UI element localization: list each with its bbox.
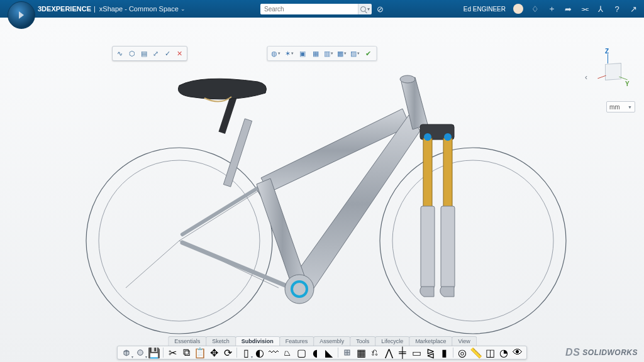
- cmd-move-icon[interactable]: ✥: [208, 347, 220, 358]
- cmd-extrude-icon[interactable]: ▯▾: [240, 347, 252, 358]
- cmd-delete-face-icon[interactable]: ▭: [410, 347, 423, 358]
- cmd-copy-icon[interactable]: ⧉: [180, 347, 192, 358]
- search-button[interactable]: ▾: [358, 4, 372, 14]
- tab-lifecycle[interactable]: Lifecycle: [375, 336, 409, 346]
- triad-collapse-icon[interactable]: ‹: [585, 73, 587, 82]
- avatar[interactable]: [513, 4, 523, 14]
- solidworks-brand: DS SOLIDWORKS: [565, 347, 638, 358]
- notification-icon[interactable]: ♢: [531, 4, 540, 13]
- units-dropdown[interactable]: mm ▼: [606, 101, 635, 112]
- tool-spline-icon[interactable]: ∿: [114, 48, 126, 59]
- cmd-sep-4: [453, 348, 453, 358]
- svg-point-21: [424, 133, 431, 141]
- tab-features[interactable]: Features: [279, 336, 314, 346]
- cmd-view-icon[interactable]: 👁: [511, 347, 524, 358]
- cmd-shell-icon[interactable]: ▢: [295, 347, 308, 358]
- cmd-thicken-icon[interactable]: ▮: [438, 347, 450, 358]
- cmd-cut-icon[interactable]: ✂: [166, 347, 179, 358]
- svg-rect-19: [421, 206, 435, 288]
- svg-point-10: [285, 275, 314, 304]
- cmd-material-icon[interactable]: ◎: [456, 347, 469, 358]
- cmd-loft-icon[interactable]: ⏢: [281, 347, 294, 358]
- solidworks-label: SOLIDWORKS: [582, 348, 638, 357]
- cmd-measure-icon[interactable]: 📏: [470, 347, 482, 358]
- cmd-bridge-icon[interactable]: ⎌: [369, 347, 381, 358]
- tool-profile-icon[interactable]: ⬡: [126, 48, 138, 59]
- apps-icon[interactable]: ⅄: [596, 4, 605, 13]
- svg-line-5: [126, 241, 179, 288]
- add-icon[interactable]: ＋: [547, 4, 556, 13]
- cmd-symmetry-icon[interactable]: ⧎: [424, 347, 436, 358]
- cmd-sweep-icon[interactable]: 〰: [267, 347, 280, 358]
- cmd-insert-edge-icon[interactable]: ╪: [396, 347, 409, 358]
- brand-label: 3DEXPERIENCE: [38, 5, 91, 13]
- svg-line-6: [179, 187, 264, 241]
- view-fit-icon[interactable]: ▦: [310, 48, 321, 59]
- view-globe-icon[interactable]: ◍▾: [270, 48, 282, 59]
- view-shade-icon[interactable]: ▥▾: [323, 48, 335, 59]
- model-bike: [44, 43, 597, 338]
- tool-extrude-icon[interactable]: ▤: [138, 48, 150, 59]
- search-container: ▾ ⊘: [260, 4, 384, 14]
- help-icon[interactable]: ?: [613, 4, 621, 13]
- tab-subdivision[interactable]: Subdivision: [235, 336, 280, 346]
- svg-point-3: [392, 160, 553, 321]
- cmd-subd-create-icon[interactable]: [341, 347, 353, 358]
- cmd-analyse-icon[interactable]: ◔: [497, 347, 510, 358]
- context-toolbar: ∿ ⬡ ▤ ⤢ ✓ ✕: [112, 46, 187, 61]
- app-dropdown-caret[interactable]: ⌄: [180, 6, 186, 12]
- cmd-save-icon[interactable]: 💾: [148, 347, 160, 358]
- cmd-sep-1: [163, 348, 164, 358]
- svg-rect-18: [443, 138, 452, 207]
- svg-point-22: [444, 133, 452, 141]
- cmd-sphere-icon[interactable]: ▾: [134, 347, 147, 358]
- tab-marketplace[interactable]: Marketplace: [409, 336, 452, 346]
- cmd-sep-3: [338, 348, 338, 358]
- units-label: mm: [609, 104, 620, 111]
- tag-icon[interactable]: ⊘: [377, 4, 384, 14]
- tab-view[interactable]: View: [452, 336, 476, 346]
- view-render-icon[interactable]: ▨▾: [350, 48, 361, 59]
- user-area: Ed ENGINEER ♢ ＋ ➦ ⫘ ⅄ ? ↗: [464, 4, 638, 14]
- view-orient-icon[interactable]: ▣: [297, 48, 308, 59]
- svg-point-23: [138, 350, 143, 356]
- cmd-chamfer-icon[interactable]: ◣: [323, 347, 335, 358]
- view-toolbar: ◍▾ ✶▾ ▣ ▦ ▥▾ ▩▾ ▨▾ ✔: [267, 46, 377, 61]
- tab-sketch[interactable]: Sketch: [206, 336, 236, 346]
- cmd-paste-icon[interactable]: 📋: [194, 347, 206, 358]
- cmd-subd-edit-icon[interactable]: ▦: [355, 347, 367, 358]
- tab-assembly[interactable]: Assembly: [313, 336, 350, 346]
- command-toolbar: ▾ ▾ 💾 ✂ ⧉ 📋 ✥ ⟳ ▯▾ ◐ 〰 ⏢ ▢ ◖ ◣ ▦ ⎌ ⋀ ╪ ▭…: [117, 346, 527, 359]
- tool-cancel-icon[interactable]: ✕: [174, 48, 186, 59]
- cmd-sep-2: [236, 348, 237, 358]
- svg-rect-20: [441, 206, 455, 288]
- svg-rect-14: [223, 119, 252, 187]
- axis-triad[interactable]: ‹ Z Y: [591, 48, 635, 92]
- expand-icon[interactable]: ↗: [629, 4, 638, 13]
- network-icon[interactable]: ⫘: [580, 4, 589, 13]
- ds-logo-icon: DS: [565, 347, 580, 358]
- compass-widget[interactable]: [8, 1, 35, 29]
- svg-point-13: [400, 75, 415, 83]
- tool-accept-icon[interactable]: ✓: [162, 48, 174, 59]
- view-wire-icon[interactable]: ▩▾: [336, 48, 348, 59]
- cmd-revolve-icon[interactable]: ◐: [253, 347, 266, 358]
- share-icon[interactable]: ➦: [564, 4, 572, 13]
- triad-cube[interactable]: [605, 63, 621, 80]
- search-icon: [360, 6, 366, 12]
- cmd-primitive-box-icon[interactable]: ▾: [120, 347, 133, 358]
- tab-tools[interactable]: Tools: [350, 336, 375, 346]
- view-axis-icon[interactable]: ✶▾: [284, 48, 295, 59]
- cmd-section-icon[interactable]: ◫: [484, 347, 496, 358]
- search-input[interactable]: [260, 4, 358, 14]
- viewport-canvas[interactable]: ∿ ⬡ ▤ ⤢ ✓ ✕ ◍▾ ✶▾ ▣ ▦ ▥▾ ▩▾ ▨▾ ✔ ‹ Z Y m…: [0, 18, 644, 362]
- tool-scale-icon[interactable]: ⤢: [150, 48, 162, 59]
- app-name-label: xShape - Common Space: [99, 5, 179, 13]
- view-ok-icon[interactable]: ✔: [363, 48, 374, 59]
- cmd-fillet-icon[interactable]: ◖: [309, 347, 321, 358]
- tab-essentials[interactable]: Essentials: [168, 336, 206, 346]
- axis-z-line: [608, 54, 608, 63]
- search-dropdown-caret: ▾: [367, 6, 370, 12]
- cmd-crease-icon[interactable]: ⋀: [382, 347, 395, 358]
- cmd-rotate-icon[interactable]: ⟳: [221, 347, 234, 358]
